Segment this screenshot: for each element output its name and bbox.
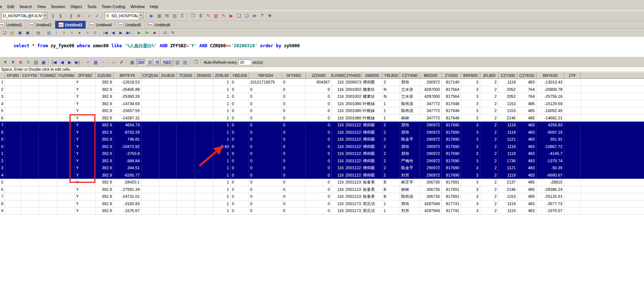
cell-XM0000[interactable]: 傅仰眼 <box>362 164 383 171</box>
cell-ZYH000[interactable]: 2001002 <box>346 86 362 93</box>
cell-TCID00[interactable] <box>177 143 195 150</box>
cell-JFLBID[interactable]: 2 <box>480 158 498 164</box>
column-header-YXZKRM[interactable]: YXZKRM <box>57 72 75 79</box>
cell-CXYY00[interactable] <box>21 193 39 200</box>
post-edit-icon[interactable]: ✓ <box>110 59 118 66</box>
cell-BRYE00[interactable]: 4259.83 <box>536 122 564 129</box>
cell-KPJR0[interactable] <box>5 86 21 93</box>
cell-JZDH00[interactable]: 904367 <box>306 79 332 86</box>
cell-TCID00[interactable] <box>177 207 195 214</box>
cell-TCNWBZ[interactable] <box>39 200 57 207</box>
cell-BRID00[interactable]: 290972 <box>420 129 442 136</box>
cancel-query-icon[interactable]: ⊗ <box>17 59 25 66</box>
cell-YBFSDH[interactable]: 0 <box>249 193 282 200</box>
cell-TCID00[interactable] <box>177 129 195 136</box>
cell-ZHJE00[interactable] <box>159 143 177 150</box>
cell-ZKMXID[interactable] <box>195 164 213 171</box>
cell-TCNWBZ[interactable] <box>39 179 57 186</box>
save-all-icon[interactable]: ▣ <box>24 29 31 36</box>
column-header-SFYKBZ[interactable]: SFYKBZ <box>282 72 306 79</box>
cell-JZDH00[interactable]: 0 <box>306 172 332 179</box>
cell-ZYID00[interactable]: 817648 <box>442 115 461 122</box>
cell-YBLB00[interactable]: 1 <box>383 207 400 214</box>
cell-YXZKRM[interactable] <box>57 172 75 179</box>
cell-ZFFSBZ[interactable]: Y <box>75 193 95 200</box>
cell-ZFFSBZ[interactable]: Y <box>75 136 95 143</box>
cell-BRYE00[interactable]: -10867.72 <box>536 143 564 150</box>
summary-icon[interactable]: Σ <box>178 12 186 19</box>
cell-GJDJ00[interactable]: 392.9 <box>95 122 114 129</box>
cell-ZHJE00[interactable] <box>159 122 177 129</box>
cell-ZHJE00[interactable] <box>159 158 177 164</box>
cell-ZYF[interactable] <box>564 150 581 157</box>
column-header-ZYH000[interactable]: ZYH000 <box>346 72 362 79</box>
cell-BRID00[interactable]: 347772 <box>420 100 442 107</box>
cell-YBLB00[interactable]: 1 <box>383 115 400 122</box>
cell-KPJR0[interactable] <box>5 179 21 186</box>
column-header-CZYKS0[interactable]: CZYKS0 <box>517 72 536 79</box>
cell-BRFB00[interactable]: 3 <box>461 79 480 86</box>
single-record-icon[interactable]: ❐ <box>192 59 200 66</box>
sql-window-icon[interactable]: ▥ <box>212 12 220 19</box>
cell-ZYID00[interactable]: 817690 <box>442 136 461 143</box>
cell-JFLBID[interactable]: 2 <box>480 107 498 114</box>
cell-CXYY00[interactable] <box>21 115 39 122</box>
cell-BRYKYE[interactable]: -1575.67 <box>114 207 142 214</box>
cell-XM0000[interactable]: 傅仰眼 <box>362 143 383 150</box>
cell-ZKMXID[interactable] <box>195 86 213 93</box>
cell-ZFFSBZ[interactable]: Y <box>75 93 95 100</box>
cell-SFYKBZ[interactable]: 0 <box>282 193 306 200</box>
cell-YBLB00[interactable]: 2 <box>383 122 400 129</box>
cell-TCID00[interactable] <box>177 100 195 107</box>
cell-JZDH00[interactable]: 0 <box>306 200 332 207</box>
cell-BRFB00[interactable]: 3 <box>461 179 480 186</box>
cell-TCID00[interactable] <box>177 200 195 207</box>
cell-CFQDJH[interactable] <box>142 200 159 207</box>
cell-JZDH00[interactable]: 0 <box>306 129 332 136</box>
column-header-CXYY00[interactable]: CXYY00 <box>21 72 39 79</box>
cell-BRYKYE[interactable]: -12618.53 <box>114 79 142 86</box>
cell-CZYKS0[interactable]: 483 <box>517 164 536 171</box>
cell-YBFSDH[interactable]: 0 <box>249 186 282 193</box>
column-header-CFQDJH[interactable]: CFQDJH <box>142 72 159 79</box>
cell-BRID00[interactable]: 290972 <box>420 143 442 150</box>
cell-BRID00[interactable]: 290972 <box>420 136 442 143</box>
cell-KJXMID[interactable]: 116 <box>332 193 346 200</box>
cell-YBLB00[interactable]: 2 <box>383 150 400 157</box>
cell-ZKMXID[interactable] <box>195 193 213 200</box>
cell-YBDJH0[interactable]: 0 <box>231 172 249 179</box>
column-header-CZYXM0[interactable]: CZYXM0 <box>400 72 420 79</box>
cell-ZFBL00[interactable]: 1 <box>213 172 231 179</box>
cell-BRID00[interactable]: 290972 <box>420 164 442 171</box>
cell-YBFSDH[interactable]: 0 <box>249 143 282 150</box>
cell-BRFB00[interactable]: 3 <box>461 115 480 122</box>
cell-BRYE00[interactable]: -28815 <box>536 179 564 186</box>
cell-BRFB00[interactable]: 3 <box>461 172 480 179</box>
cell-BRYE00[interactable]: -1970.57 <box>536 207 564 214</box>
cell-CZYXM0[interactable]: 林林 <box>400 186 420 193</box>
cell-CZY000[interactable]: 1119 <box>498 207 517 214</box>
cell-YBFSDH[interactable]: 0 <box>249 172 282 179</box>
breakpoint-icon[interactable]: ● <box>76 29 83 36</box>
describe-icon[interactable]: ⊙ <box>91 29 99 36</box>
cell-CZYXM0[interactable]: 陈炜清 <box>400 107 420 114</box>
cell-TCNWBZ[interactable] <box>39 164 57 171</box>
filter-sort-icon[interactable]: ▼ <box>9 59 17 66</box>
cell-TCID00[interactable] <box>177 122 195 129</box>
cell-KPJR0[interactable] <box>5 93 21 100</box>
cell-CZYXM0[interactable]: 陈金平 <box>400 136 420 143</box>
cell-CZYKS0[interactable]: 485 <box>517 179 536 186</box>
cell-CZYXM0[interactable]: 刘芳 <box>400 207 420 214</box>
cell-GJDJ00[interactable]: 392.9 <box>95 186 114 193</box>
column-header-TCNWBZ[interactable]: TCNWBZ <box>39 72 57 79</box>
cell-BRYE00[interactable]: -15129.59 <box>536 100 564 107</box>
column-header-BRYKYE[interactable]: BRYKYE <box>114 72 142 79</box>
cell-CZY000[interactable]: 1118 <box>498 79 517 86</box>
cell-JZDH00[interactable]: 0 <box>306 193 332 200</box>
column-header-BRYE00[interactable]: BRYE00 <box>536 72 564 79</box>
tables-icon[interactable]: ▦ <box>155 12 163 19</box>
cell-YBFSDH[interactable]: 0 <box>249 115 282 122</box>
cell-ZFBL00[interactable]: 1 <box>213 150 231 157</box>
cell-BRYKYE[interactable]: -14734.69 <box>114 100 142 107</box>
sql-edit-icon[interactable]: ✎ <box>220 12 227 19</box>
